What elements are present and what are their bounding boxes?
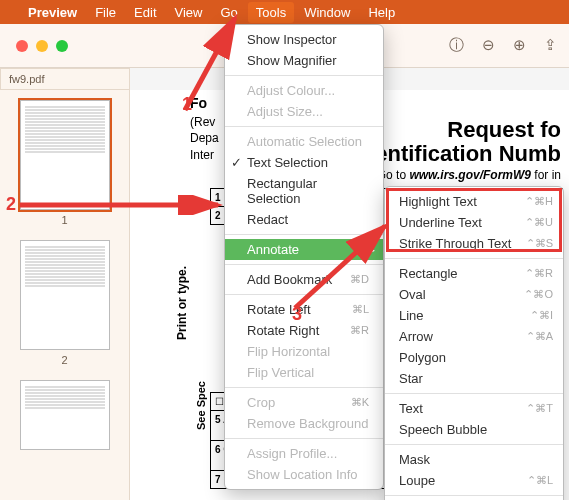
form-header: Fo (Rev Depa Inter bbox=[190, 94, 219, 164]
zoom-in-icon[interactable]: ⊕ bbox=[513, 36, 526, 55]
menu-show-magnifier[interactable]: Show Magnifier bbox=[225, 50, 383, 71]
page-thumbnail-2[interactable] bbox=[20, 240, 110, 350]
menu-go[interactable]: Go bbox=[220, 5, 237, 20]
menu-rectangular-selection[interactable]: Rectangular Selection bbox=[225, 173, 383, 209]
menu-crop: Crop⌘K bbox=[225, 392, 383, 413]
submenu-text[interactable]: Text⌃⌘T bbox=[385, 398, 563, 419]
submenu-oval[interactable]: Oval⌃⌘O bbox=[385, 284, 563, 305]
menu-add-bookmark[interactable]: Add Bookmark⌘D bbox=[225, 269, 383, 290]
thumb-number: 2 bbox=[10, 354, 119, 366]
close-icon[interactable] bbox=[16, 40, 28, 52]
submenu-highlight[interactable]: Highlight Text⌃⌘H bbox=[385, 191, 563, 212]
submenu-underline[interactable]: Underline Text⌃⌘U bbox=[385, 212, 563, 233]
submenu-speech[interactable]: Speech Bubble bbox=[385, 419, 563, 440]
thumb-number: 1 bbox=[10, 214, 119, 226]
tab-fw9[interactable]: fw9.pdf bbox=[0, 68, 130, 90]
annotate-submenu: Highlight Text⌃⌘H Underline Text⌃⌘U Stri… bbox=[384, 186, 564, 500]
window-controls bbox=[16, 40, 68, 52]
menu-remove-background: Remove Background bbox=[225, 413, 383, 434]
menu-rotate-right[interactable]: Rotate Right⌘R bbox=[225, 320, 383, 341]
menubar: Preview File Edit View Go Tools Window H… bbox=[0, 0, 569, 24]
menu-show-inspector[interactable]: Show Inspector bbox=[225, 29, 383, 50]
menu-rotate-left[interactable]: Rotate Left⌘L bbox=[225, 299, 383, 320]
menu-flip-horizontal: Flip Horizontal bbox=[225, 341, 383, 362]
submenu-strike[interactable]: Strike Through Text⌃⌘S bbox=[385, 233, 563, 254]
menu-window[interactable]: Window bbox=[304, 5, 350, 20]
menu-file[interactable]: File bbox=[95, 5, 116, 20]
menu-view[interactable]: View bbox=[175, 5, 203, 20]
share-icon[interactable]: ⇪ bbox=[544, 36, 557, 55]
menu-tools[interactable]: Tools bbox=[248, 2, 294, 23]
submenu-rectangle[interactable]: Rectangle⌃⌘R bbox=[385, 263, 563, 284]
submenu-arrow[interactable]: Arrow⌃⌘A bbox=[385, 326, 563, 347]
menu-automatic-selection: Automatic Selection bbox=[225, 131, 383, 152]
minimize-icon[interactable] bbox=[36, 40, 48, 52]
goto-line: ▶ Go to www.irs.gov/FormW9 for in bbox=[364, 168, 561, 182]
annotation-number-3: 3 bbox=[292, 304, 302, 325]
side-label-print: Print or type. bbox=[175, 266, 189, 340]
page-thumbnail-1[interactable] bbox=[20, 100, 110, 210]
submenu-mask[interactable]: Mask bbox=[385, 449, 563, 470]
app-name[interactable]: Preview bbox=[28, 5, 77, 20]
submenu-line[interactable]: Line⌃⌘I bbox=[385, 305, 563, 326]
menu-help[interactable]: Help bbox=[368, 5, 395, 20]
menu-edit[interactable]: Edit bbox=[134, 5, 156, 20]
tools-dropdown: Show Inspector Show Magnifier Adjust Col… bbox=[224, 24, 384, 490]
document-title: Request fo Identification Numb bbox=[356, 118, 561, 166]
page-thumbnail-3[interactable] bbox=[20, 380, 110, 450]
zoom-out-icon[interactable]: ⊖ bbox=[482, 36, 495, 55]
side-label-see: See Spec bbox=[195, 381, 207, 430]
info-icon[interactable]: ⓘ bbox=[449, 36, 464, 55]
menu-text-selection[interactable]: Text Selection bbox=[225, 152, 383, 173]
menu-show-location: Show Location Info bbox=[225, 464, 383, 485]
menu-flip-vertical: Flip Vertical bbox=[225, 362, 383, 383]
submenu-polygon[interactable]: Polygon bbox=[385, 347, 563, 368]
menu-assign-profile: Assign Profile... bbox=[225, 443, 383, 464]
menu-adjust-colour: Adjust Colour... bbox=[225, 80, 383, 101]
submenu-star[interactable]: Star bbox=[385, 368, 563, 389]
annotation-number-1: 1 bbox=[182, 94, 192, 115]
annotation-number-2: 2 bbox=[6, 194, 16, 215]
menu-annotate[interactable]: Annotate bbox=[225, 239, 383, 260]
maximize-icon[interactable] bbox=[56, 40, 68, 52]
submenu-loupe[interactable]: Loupe⌃⌘L bbox=[385, 470, 563, 491]
sidebar: 1 2 bbox=[0, 90, 130, 500]
menu-redact[interactable]: Redact bbox=[225, 209, 383, 230]
menu-adjust-size: Adjust Size... bbox=[225, 101, 383, 122]
